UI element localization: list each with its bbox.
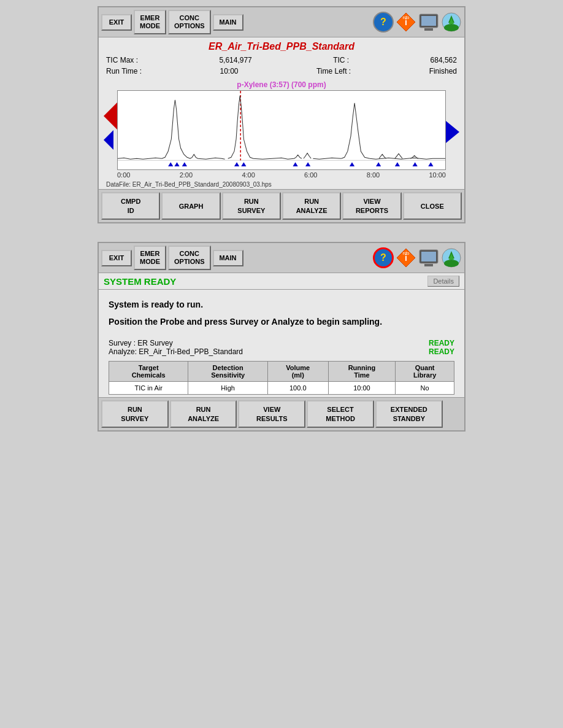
survey-status: READY <box>429 339 454 347</box>
cell-running: 10:00 <box>328 382 396 395</box>
svg-text:nfo: nfo <box>402 250 410 256</box>
conc-options-button-2[interactable]: CONC OPTIONS <box>168 246 211 270</box>
table-row: TIC in Air High 100.0 10:00 No <box>109 382 454 395</box>
device-icon-2 <box>418 247 439 268</box>
toolbar-1: EXIT EMER MODE CONC OPTIONS MAIN ? i nfo <box>99 7 464 37</box>
exit-button-2[interactable]: EXIT <box>101 250 132 266</box>
help-icon-1[interactable]: ? <box>373 12 394 33</box>
view-reports-button[interactable]: VIEW REPORTS <box>342 192 401 220</box>
select-method-button[interactable]: SELECT METHOD <box>307 400 374 428</box>
panel-1: EXIT EMER MODE CONC OPTIONS MAIN ? i nfo… <box>98 6 465 223</box>
main-text-2: Position the Probe and press Survey or A… <box>109 317 454 327</box>
svg-marker-23 <box>428 163 433 167</box>
chart-xaxis: 0:00 2:00 4:00 6:00 8:00 10:00 <box>117 170 446 180</box>
tic-label: TIC : <box>333 56 349 64</box>
nature-icon-1 <box>441 12 462 33</box>
panel-2: EXIT EMER MODE CONC OPTIONS MAIN ? i nfo… <box>98 242 465 432</box>
col-volume: Volume(ml) <box>267 362 328 382</box>
svg-marker-16 <box>241 163 246 167</box>
cell-detection: High <box>188 382 267 395</box>
empty-slot <box>444 400 462 428</box>
emer-mode-button-1[interactable]: EMER MODE <box>134 10 166 34</box>
arrow-left-blue-icon[interactable] <box>104 130 113 150</box>
svg-rect-5 <box>424 28 433 31</box>
graph-button[interactable]: GRAPH <box>161 192 220 220</box>
close-button[interactable]: CLOSE <box>403 192 462 220</box>
run-analyze-button-1[interactable]: RUN ANALYZE <box>282 192 341 220</box>
col-running: RunningTime <box>328 362 396 382</box>
arrow-left-red-icon[interactable] <box>104 103 117 130</box>
exit-button-1[interactable]: EXIT <box>101 14 132 31</box>
time-left-value: Finished <box>429 67 457 76</box>
svg-marker-14 <box>182 163 187 167</box>
main-text-1: System is ready to run. <box>109 300 454 309</box>
svg-marker-12 <box>168 163 173 167</box>
survey-info: Survey : ER Survey READY Analyze: ER_Air… <box>99 339 464 361</box>
datafile-line: DataFile: ER_Air_Tri-Bed_PPB_Standard_20… <box>99 180 464 189</box>
svg-marker-20 <box>376 163 381 167</box>
nature-icon-2 <box>441 247 462 268</box>
action-toolbar-2: RUN SURVEY RUN ANALYZE VIEW RESULTS SELE… <box>99 397 464 430</box>
main-button-2[interactable]: MAIN <box>213 250 243 266</box>
chart-area <box>117 90 446 170</box>
svg-marker-22 <box>413 163 418 167</box>
svg-marker-13 <box>174 163 179 167</box>
extended-standby-button[interactable]: EXTENDED STANDBY <box>375 400 443 428</box>
cmpd-id-button[interactable]: CMPD ID <box>101 192 160 220</box>
analyze-status: READY <box>429 347 454 356</box>
svg-rect-29 <box>424 264 433 266</box>
panel-title-1: ER_Air_Tri-Bed_PPB_Standard <box>99 37 464 55</box>
run-survey-button-2[interactable]: RUN SURVEY <box>101 400 169 428</box>
info-diamond-icon-2: i nfo <box>396 247 416 268</box>
status-bar: SYSTEM READY Details <box>99 273 464 290</box>
emer-mode-button-2[interactable]: EMER MODE <box>134 246 166 270</box>
tic-max-value: 5,614,977 <box>219 56 251 64</box>
col-detection: DetectionSensitivity <box>188 362 267 382</box>
svg-text:nfo: nfo <box>402 15 410 20</box>
svg-marker-15 <box>234 163 239 167</box>
svg-point-31 <box>444 260 459 267</box>
stats-row-1: TIC Max : 5,614,977 TIC : 684,562 <box>99 55 464 66</box>
details-button[interactable]: Details <box>427 276 459 287</box>
status-ready: SYSTEM READY <box>104 276 176 287</box>
time-left-label: Time Left : <box>316 67 351 76</box>
toolbar-2: EXIT EMER MODE CONC OPTIONS MAIN ? i nfo <box>99 243 464 273</box>
svg-point-7 <box>444 24 459 31</box>
cell-volume: 100.0 <box>267 382 328 395</box>
arrow-right-blue-icon[interactable] <box>446 121 459 143</box>
main-text-area: System is ready to run. Position the Pro… <box>99 290 464 339</box>
survey-label: Survey : ER Survey <box>109 339 173 347</box>
view-results-button[interactable]: VIEW RESULTS <box>238 400 305 428</box>
action-toolbar-1: CMPD ID GRAPH RUN SURVEY RUN ANALYZE VIE… <box>99 189 464 222</box>
run-time-label: Run Time : <box>106 67 142 76</box>
chart-label: p-Xylene (3:57) (700 ppm) <box>117 80 446 89</box>
col-target: TargetChemicals <box>109 362 188 382</box>
svg-rect-28 <box>421 252 436 261</box>
stats-row-2: Run Time : 10:00 Time Left : Finished <box>99 66 464 77</box>
analyze-label: Analyze: ER_Air_Tri-Bed_PPB_Standard <box>109 347 243 356</box>
run-time-value: 10:00 <box>220 67 238 76</box>
tic-value: 684,562 <box>431 56 457 64</box>
svg-marker-21 <box>395 163 400 167</box>
run-analyze-button-2[interactable]: RUN ANALYZE <box>170 400 237 428</box>
run-survey-button-1[interactable]: RUN SURVEY <box>222 192 281 220</box>
cell-target: TIC in Air <box>109 382 188 395</box>
col-quant: QuantLibrary <box>396 362 454 382</box>
analyze-row: Analyze: ER_Air_Tri-Bed_PPB_Standard REA… <box>109 347 454 356</box>
main-button-1[interactable]: MAIN <box>213 14 243 31</box>
table-header-row: TargetChemicals DetectionSensitivity Vol… <box>109 362 454 382</box>
svg-marker-17 <box>293 163 297 167</box>
tic-max-label: TIC Max : <box>106 56 138 64</box>
help-icon-2[interactable]: ? <box>373 247 394 268</box>
info-diamond-icon-1: i nfo <box>396 12 416 33</box>
conc-options-button-1[interactable]: CONC OPTIONS <box>168 10 211 34</box>
svg-marker-19 <box>350 163 354 167</box>
svg-rect-4 <box>421 16 436 26</box>
device-icon-1 <box>418 12 439 33</box>
method-table: TargetChemicals DetectionSensitivity Vol… <box>109 361 454 395</box>
svg-marker-18 <box>305 163 310 167</box>
survey-row: Survey : ER Survey READY <box>109 339 454 347</box>
cell-quant: No <box>396 382 454 395</box>
